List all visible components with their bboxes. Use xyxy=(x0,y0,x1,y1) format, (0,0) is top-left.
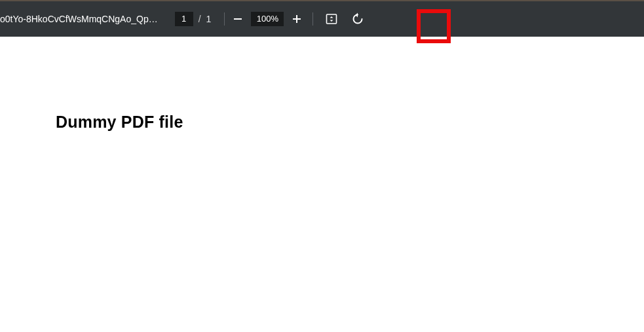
toolbar-separator xyxy=(224,12,225,26)
page-separator: / xyxy=(199,14,201,24)
zoom-in-button[interactable] xyxy=(288,10,306,28)
svg-rect-3 xyxy=(327,14,337,24)
pdf-toolbar: o0tYo-8HkoCvCfWsMmqCNgAo_Qp… 1 / 1 100% xyxy=(0,1,644,37)
page-total: 1 xyxy=(206,14,212,24)
fit-to-page-button[interactable] xyxy=(322,10,341,28)
rotate-ccw-icon xyxy=(350,12,365,26)
toolbar-separator xyxy=(313,12,313,26)
minus-icon xyxy=(232,13,244,25)
rotate-button[interactable] xyxy=(349,10,367,28)
page-number-input[interactable]: 1 xyxy=(175,12,193,26)
fit-to-page-icon xyxy=(325,12,338,26)
pdf-page: Dummy PDF file xyxy=(0,37,644,332)
zoom-level-display[interactable]: 100% xyxy=(251,12,284,26)
page-navigation-group: 1 / 1 xyxy=(175,12,212,26)
pdf-heading-text: Dummy PDF file xyxy=(56,113,183,132)
pdf-content-area[interactable]: Dummy PDF file xyxy=(0,37,644,332)
zoom-out-button[interactable] xyxy=(229,10,247,28)
svg-rect-0 xyxy=(234,18,242,20)
document-title: o0tYo-8HkoCvCfWsMmqCNgAo_Qp… xyxy=(0,14,158,24)
svg-rect-2 xyxy=(296,15,297,23)
plus-icon xyxy=(291,13,303,25)
